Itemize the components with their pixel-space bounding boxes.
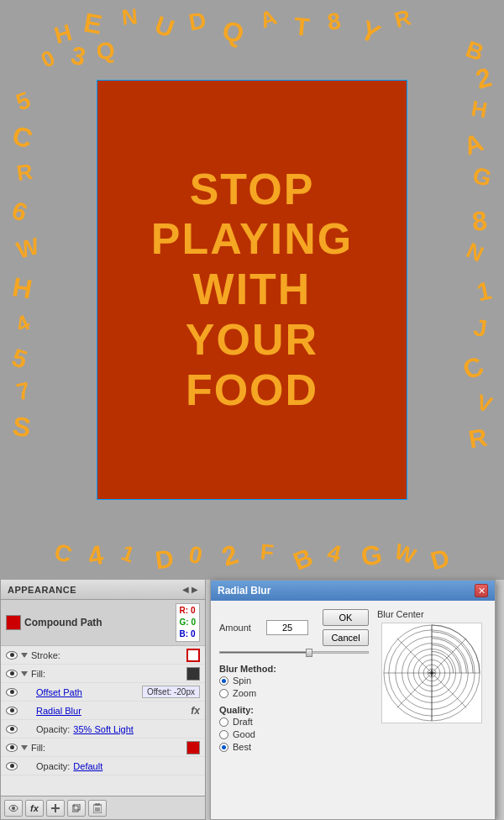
best-radio[interactable] — [219, 743, 228, 752]
draft-radio[interactable] — [219, 718, 228, 727]
svg-rect-3 — [55, 804, 56, 812]
letter: E — [81, 7, 104, 40]
letter: B — [462, 36, 487, 67]
zoom-radio-row[interactable]: Zoom — [219, 688, 369, 698]
cancel-button[interactable]: Cancel — [323, 629, 369, 646]
visibility-toggle-fill[interactable] — [6, 670, 18, 678]
letter: H — [470, 96, 490, 124]
letter: C — [51, 539, 75, 569]
expand-fill2-icon[interactable] — [21, 745, 28, 750]
duplicate-btn[interactable] — [67, 800, 86, 817]
dialog-body: Amount OK Cancel Blur Method: — [211, 601, 495, 819]
letter: 2 — [218, 539, 242, 573]
letter: D — [428, 544, 453, 576]
visibility-toggle-fill2[interactable] — [6, 744, 18, 752]
opacity-label: Opacity: — [36, 724, 70, 734]
fill-swatch[interactable] — [186, 667, 200, 681]
fx-icon: fx — [191, 705, 200, 717]
dialog-title: Radial Blur — [218, 585, 270, 597]
letter: 4 — [324, 539, 344, 569]
spin-radio-row[interactable]: Spin — [219, 675, 369, 686]
opacity-value-link[interactable]: 35% Soft Light — [73, 724, 134, 734]
letter: 6 — [8, 196, 31, 228]
dialog-titlebar: Radial Blur ✕ — [211, 581, 495, 601]
draft-radio-row[interactable]: Draft — [219, 717, 369, 727]
letter: A — [460, 128, 487, 160]
expand-fill-icon[interactable] — [21, 671, 28, 676]
visibility-footer-btn[interactable] — [4, 800, 23, 817]
visibility-toggle-opacity[interactable] — [6, 725, 18, 733]
visibility-toggle-offset[interactable] — [6, 688, 18, 696]
text-line-1: STOP — [151, 165, 353, 215]
panel-title: APPEARANCE — [8, 585, 76, 595]
svg-rect-7 — [96, 803, 99, 805]
appearance-panel: APPEARANCE ◀ ▶ Compound Path R: 0 G: 0 B… — [0, 580, 206, 820]
canvas-area: H E N U D Q A T 8 Y R 0 3 Q B 2 H A G 8 … — [0, 0, 504, 580]
amount-slider[interactable] — [219, 651, 369, 654]
radial-blur-link[interactable]: Radial Blur — [36, 706, 81, 716]
letter: A — [256, 4, 280, 34]
best-label: Best — [233, 742, 251, 752]
letter: V — [473, 389, 495, 418]
fill-swatch-preview — [6, 615, 21, 630]
letter: R — [467, 423, 490, 454]
dialog-close-button[interactable]: ✕ — [475, 584, 488, 597]
visibility-toggle-stroke[interactable] — [6, 651, 18, 660]
fill2-row: Fill: — [1, 739, 205, 757]
spin-radio[interactable] — [219, 676, 228, 686]
offset-path-link[interactable]: Offset Path — [36, 687, 82, 697]
blur-method-group: Spin Zoom — [219, 675, 369, 698]
artwork-container: H E N U D Q A T 8 Y R 0 3 Q B 2 H A G 8 … — [71, 55, 433, 525]
dialog-right-panel: Blur Center — [377, 609, 486, 811]
offset-path-row: Offset Path Offset: -20px — [1, 683, 205, 702]
blur-method-title: Blur Method: — [219, 664, 369, 674]
ok-button[interactable]: OK — [323, 609, 369, 626]
visibility-toggle-blur[interactable] — [6, 707, 18, 715]
radial-blur-row: Radial Blur fx — [1, 702, 205, 720]
letter: T — [293, 12, 311, 41]
good-radio-row[interactable]: Good — [219, 729, 369, 739]
letter: 4 — [86, 539, 106, 573]
letter: Y — [355, 14, 385, 50]
letter: F — [260, 539, 276, 565]
good-radio[interactable] — [219, 730, 228, 739]
best-radio-row[interactable]: Best — [219, 742, 369, 752]
visibility-toggle-opacity2[interactable] — [6, 762, 18, 770]
text-line-5: FOOD — [151, 365, 353, 416]
stroke-label: Stroke: — [31, 650, 60, 660]
letter: 1 — [118, 539, 138, 568]
letter: 0 — [186, 541, 205, 570]
letter: N — [121, 3, 139, 31]
panel-footer: fx — [1, 796, 205, 819]
fill-label: Fill: — [31, 669, 45, 679]
ok-cancel-group: OK Cancel — [323, 609, 369, 646]
fx-footer-btn[interactable]: fx — [25, 800, 44, 817]
text-line-2: PLAYING — [151, 214, 353, 265]
g-value: G: 0 — [180, 617, 196, 628]
letter: 7 — [14, 377, 33, 407]
fill2-swatch[interactable] — [186, 741, 200, 754]
delete-btn[interactable] — [88, 800, 107, 817]
opacity2-value-link[interactable]: Default — [73, 761, 102, 771]
quality-group: Draft Good Best — [219, 717, 369, 752]
expand-icon[interactable] — [21, 653, 28, 658]
amount-input[interactable] — [266, 620, 308, 635]
zoom-label: Zoom — [233, 688, 256, 698]
text-line-3: WITH — [151, 265, 353, 315]
blur-center-label: Blur Center — [377, 609, 424, 619]
svg-point-1 — [12, 807, 15, 810]
letter: 4 — [12, 309, 34, 338]
letter: 2 — [473, 61, 496, 95]
slider-thumb[interactable] — [306, 649, 312, 657]
blur-preview[interactable] — [381, 623, 482, 723]
stroke-swatch[interactable] — [186, 649, 200, 662]
letter: S — [11, 411, 33, 444]
panel-collapse-controls[interactable]: ◀ ▶ — [182, 585, 198, 594]
svg-rect-4 — [74, 804, 80, 810]
draft-label: Draft — [233, 717, 253, 727]
letter: R — [391, 4, 413, 34]
fill2-label: Fill: — [31, 743, 45, 753]
new-item-btn[interactable] — [46, 800, 65, 817]
zoom-radio[interactable] — [219, 689, 228, 698]
dialog-left-panel: Amount OK Cancel Blur Method: — [219, 609, 369, 811]
